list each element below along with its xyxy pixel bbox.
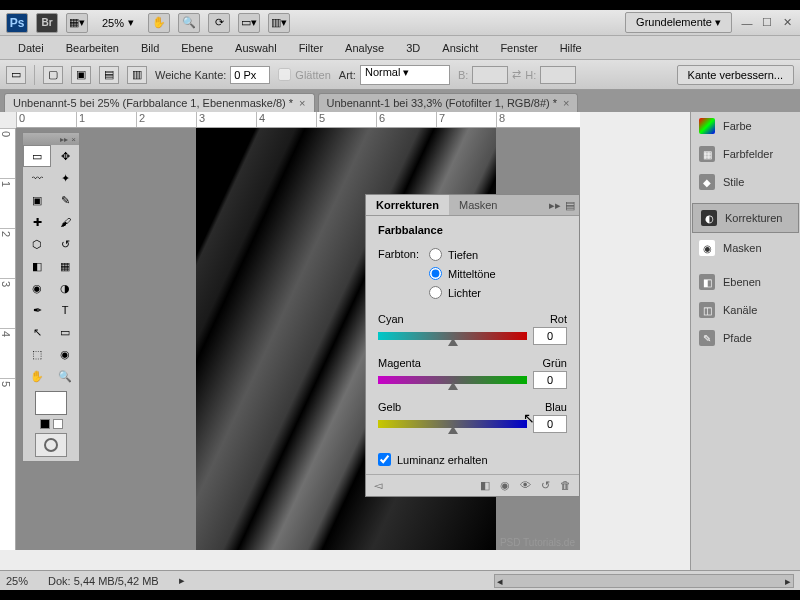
screen-mode-icon[interactable]: ▭▾ — [238, 13, 260, 33]
arrange-icon[interactable]: ▥▾ — [268, 13, 290, 33]
app-logo-br[interactable]: Br — [36, 13, 58, 33]
close-icon[interactable]: × — [299, 97, 305, 109]
menu-auswahl[interactable]: Auswahl — [225, 39, 287, 57]
lasso-tool[interactable]: 〰 — [23, 167, 51, 189]
luminance-checkbox[interactable] — [378, 453, 391, 466]
menu-fenster[interactable]: Fenster — [490, 39, 547, 57]
ruler-vertical[interactable]: 012345 — [0, 128, 16, 550]
status-doc[interactable]: Dok: 5,44 MB/5,42 MB — [48, 575, 159, 587]
history-brush-tool[interactable]: ↺ — [51, 233, 79, 255]
heal-tool[interactable]: ✚ — [23, 211, 51, 233]
shape-tool[interactable]: ▭ — [51, 321, 79, 343]
menu-ansicht[interactable]: Ansicht — [432, 39, 488, 57]
wand-tool[interactable]: ✦ — [51, 167, 79, 189]
quickmask-button[interactable] — [35, 433, 67, 457]
zoom-icon[interactable]: 🔍 — [178, 13, 200, 33]
feather-input[interactable] — [230, 66, 270, 84]
panel-korrekturen[interactable]: ◐Korrekturen — [692, 203, 799, 233]
back-icon[interactable]: ◅ — [374, 479, 382, 492]
menu-bild[interactable]: Bild — [131, 39, 169, 57]
pen-tool[interactable]: ✒ — [23, 299, 51, 321]
menu-datei[interactable]: Datei — [8, 39, 54, 57]
eraser-tool[interactable]: ◧ — [23, 255, 51, 277]
hand-icon[interactable]: ✋ — [148, 13, 170, 33]
tab-masken[interactable]: Masken — [449, 195, 508, 215]
sel-add-icon[interactable]: ▣ — [71, 66, 91, 84]
maximize-button[interactable]: ☐ — [760, 16, 774, 30]
ruler-horizontal[interactable]: 012345678 — [16, 112, 580, 128]
dodge-tool[interactable]: ◑ — [51, 277, 79, 299]
stamp-tool[interactable]: ⬡ — [23, 233, 51, 255]
chevron-down-icon[interactable]: ▾ — [128, 16, 134, 29]
rotate-icon[interactable]: ⟳ — [208, 13, 230, 33]
panel-stile[interactable]: ◆Stile — [691, 168, 800, 196]
doc-tab-2[interactable]: Unbenannt-1 bei 33,3% (Fotofilter 1, RGB… — [318, 93, 579, 112]
marquee-tool[interactable]: ▭ — [23, 145, 51, 167]
crop-tool[interactable]: ▣ — [23, 189, 51, 211]
minimize-button[interactable]: — — [740, 16, 754, 30]
close-icon[interactable]: × — [563, 97, 569, 109]
menu-icon[interactable]: ▤ — [565, 199, 575, 212]
slider-gelb-blau[interactable] — [378, 420, 527, 428]
panel-pfade[interactable]: ✎Pfade — [691, 324, 800, 352]
brush-tool[interactable]: 🖌 — [51, 211, 79, 233]
clip-icon[interactable]: ◧ — [480, 479, 490, 492]
status-arrow-icon[interactable]: ▸ — [179, 574, 185, 587]
menu-analyse[interactable]: Analyse — [335, 39, 394, 57]
panel-kanaele[interactable]: ◫Kanäle — [691, 296, 800, 324]
marquee-tool-icon[interactable]: ▭ — [6, 66, 26, 84]
type-tool[interactable]: T — [51, 299, 79, 321]
gelb-label: Gelb — [378, 401, 401, 413]
value-cyan-rot[interactable] — [533, 327, 567, 345]
move-tool[interactable]: ✥ — [51, 145, 79, 167]
value-gelb-blau[interactable] — [533, 415, 567, 433]
sel-new-icon[interactable]: ▢ — [43, 66, 63, 84]
close-button[interactable]: ✕ — [780, 16, 794, 30]
sel-sub-icon[interactable]: ▤ — [99, 66, 119, 84]
doc-tab-1[interactable]: Unbenannt-5 bei 25% (Farbbalance 1, Eben… — [4, 93, 315, 112]
panel-masken[interactable]: ◉Masken — [691, 234, 800, 262]
sel-int-icon[interactable]: ▥ — [127, 66, 147, 84]
value-magenta-gruen[interactable] — [533, 371, 567, 389]
bg-swatch[interactable] — [40, 419, 50, 429]
foreground-swatch[interactable] — [35, 391, 67, 415]
menu-3d[interactable]: 3D — [396, 39, 430, 57]
workspace-selector[interactable]: Grundelemente ▾ — [625, 12, 732, 33]
prev-icon[interactable]: 👁 — [520, 479, 531, 492]
refine-edge-button[interactable]: Kante verbessern... — [677, 65, 794, 85]
status-zoom[interactable]: 25% — [6, 575, 28, 587]
menu-hilfe[interactable]: Hilfe — [550, 39, 592, 57]
default-swatch[interactable] — [53, 419, 63, 429]
zoom-tool[interactable]: 🔍 — [51, 365, 79, 387]
collapse-icon[interactable]: ▸▸ — [60, 135, 68, 144]
tab-korrekturen[interactable]: Korrekturen — [366, 195, 449, 215]
zoom-level[interactable]: 25% — [102, 17, 124, 29]
close-icon[interactable]: × — [71, 135, 76, 144]
slider-cyan-rot[interactable] — [378, 332, 527, 340]
path-tool[interactable]: ↖ — [23, 321, 51, 343]
menu-ebene[interactable]: Ebene — [171, 39, 223, 57]
radio-lichter[interactable]: Lichter — [429, 286, 496, 299]
view-icon[interactable]: ◉ — [500, 479, 510, 492]
3d-cam-tool[interactable]: ◉ — [51, 343, 79, 365]
gradient-tool[interactable]: ▦ — [51, 255, 79, 277]
hand-tool[interactable]: ✋ — [23, 365, 51, 387]
app-logo-ps[interactable]: Ps — [6, 13, 28, 33]
eyedropper-tool[interactable]: ✎ — [51, 189, 79, 211]
panel-farbe[interactable]: Farbe — [691, 112, 800, 140]
layout-icon[interactable]: ▦▾ — [66, 13, 88, 33]
panel-ebenen[interactable]: ◧Ebenen — [691, 268, 800, 296]
radio-mitteltoene[interactable]: Mitteltöne — [429, 267, 496, 280]
menu-filter[interactable]: Filter — [289, 39, 333, 57]
style-select[interactable]: Normal ▾ — [360, 65, 450, 85]
radio-tiefen[interactable]: Tiefen — [429, 248, 496, 261]
slider-magenta-gruen[interactable] — [378, 376, 527, 384]
expand-icon[interactable]: ▸▸ — [549, 199, 561, 212]
trash-icon[interactable]: 🗑 — [560, 479, 571, 492]
blur-tool[interactable]: ◉ — [23, 277, 51, 299]
reset-icon[interactable]: ↺ — [541, 479, 550, 492]
menu-bearbeiten[interactable]: Bearbeiten — [56, 39, 129, 57]
scrollbar-horizontal[interactable]: ◂▸ — [494, 574, 794, 588]
panel-farbfelder[interactable]: ▦Farbfelder — [691, 140, 800, 168]
3d-tool[interactable]: ⬚ — [23, 343, 51, 365]
